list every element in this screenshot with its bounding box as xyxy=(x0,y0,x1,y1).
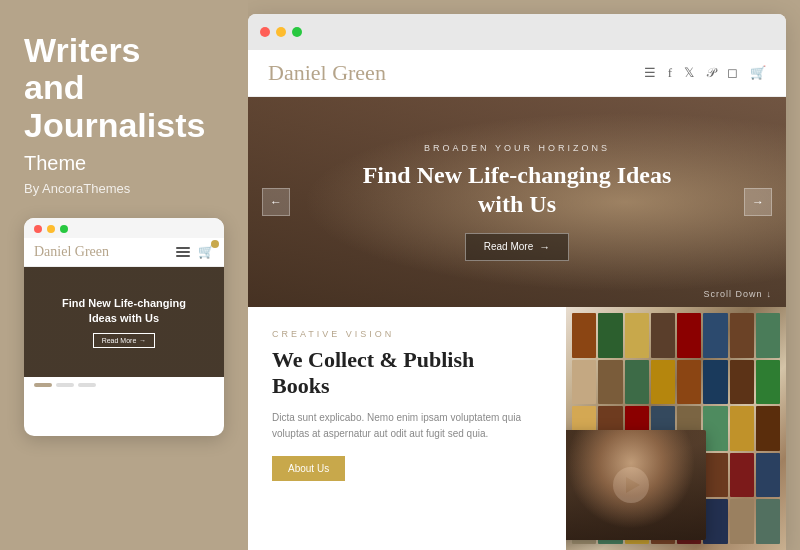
mobile-cart-badge xyxy=(211,240,219,248)
site-navbar: Daniel Green ☰ f 𝕏 𝒫 ◻ 🛒 xyxy=(248,50,786,97)
book-spine xyxy=(703,313,727,358)
browser-content: Daniel Green ☰ f 𝕏 𝒫 ◻ 🛒 ← BROADEN YOUR … xyxy=(248,50,786,550)
book-spine xyxy=(730,360,754,405)
book-spine xyxy=(756,499,780,544)
hero-subtitle: BROADEN YOUR HORIZONS xyxy=(357,143,677,153)
about-us-button[interactable]: About Us xyxy=(272,456,345,481)
book-spine xyxy=(651,313,675,358)
book-spine xyxy=(703,499,727,544)
cart-icon[interactable]: 🛒 xyxy=(750,65,766,81)
facebook-icon[interactable]: f xyxy=(668,65,672,81)
mobile-hamburger-icon[interactable] xyxy=(176,247,190,257)
book-spine xyxy=(756,360,780,405)
section-title: We Collect & PublishBooks xyxy=(272,347,542,400)
mobile-read-more-button[interactable]: Read More → xyxy=(93,333,156,348)
book-spine xyxy=(572,313,596,358)
browser-yellow-dot xyxy=(276,27,286,37)
book-spine xyxy=(625,313,649,358)
book-spine xyxy=(756,313,780,358)
mobile-logo: Daniel Green xyxy=(34,244,109,260)
mobile-mockup: Daniel Green 🛒 Find New Life-changingIde… xyxy=(24,218,224,436)
book-spine xyxy=(730,406,754,451)
hero-read-more-button[interactable]: Read More → xyxy=(465,233,569,261)
book-spine xyxy=(598,313,622,358)
hero-arrow-icon: → xyxy=(539,241,550,253)
mobile-nav-dot-1 xyxy=(56,383,74,387)
hero-section: ← BROADEN YOUR HORIZONS Find New Life-ch… xyxy=(248,97,786,307)
book-spine xyxy=(730,313,754,358)
mobile-cart-icon[interactable]: 🛒 xyxy=(198,244,214,260)
site-nav-icons: ☰ f 𝕏 𝒫 ◻ 🛒 xyxy=(644,65,766,81)
mobile-yellow-dot xyxy=(47,225,55,233)
mobile-nav-icons: 🛒 xyxy=(176,244,214,260)
twitter-icon[interactable]: 𝕏 xyxy=(684,65,694,81)
hamburger-icon[interactable]: ☰ xyxy=(644,65,656,81)
mobile-traffic-lights xyxy=(24,218,224,238)
book-spine xyxy=(730,499,754,544)
book-spine xyxy=(651,360,675,405)
site-logo: Daniel Green xyxy=(268,60,386,86)
author-label: By AncoraThemes xyxy=(24,181,224,196)
section-content: CREATIVE VISION We Collect & PublishBook… xyxy=(248,307,566,550)
scroll-down-icon: ↓ xyxy=(767,289,773,299)
book-spine xyxy=(598,360,622,405)
hero-title: Find New Life-changing Ideas with Us xyxy=(357,161,677,219)
pinterest-icon[interactable]: 𝒫 xyxy=(706,65,715,81)
mobile-nav-dot-active xyxy=(34,383,52,387)
page-title: WritersandJournalists xyxy=(24,32,224,144)
browser-bar xyxy=(248,14,786,50)
book-spine xyxy=(625,360,649,405)
mobile-nav-dot-2 xyxy=(78,383,96,387)
book-spine xyxy=(677,313,701,358)
book-spine xyxy=(703,360,727,405)
book-spine xyxy=(703,453,727,498)
theme-label: Theme xyxy=(24,152,224,175)
mobile-bottom-nav xyxy=(24,377,224,393)
scroll-down-label: Scroll Down ↓ xyxy=(703,289,772,299)
book-spine xyxy=(703,406,727,451)
section-description: Dicta sunt explicabo. Nemo enim ipsam vo… xyxy=(272,410,542,442)
video-preview xyxy=(566,430,706,540)
bottom-section: CREATIVE VISION We Collect & PublishBook… xyxy=(248,307,786,550)
section-label: CREATIVE VISION xyxy=(272,329,542,339)
instagram-icon[interactable]: ◻ xyxy=(727,65,738,81)
mobile-red-dot xyxy=(34,225,42,233)
book-spine xyxy=(756,406,780,451)
browser-red-dot xyxy=(260,27,270,37)
mobile-green-dot xyxy=(60,225,68,233)
hero-content: BROADEN YOUR HORIZONS Find New Life-chan… xyxy=(357,143,677,261)
hero-next-button[interactable]: → xyxy=(744,188,772,216)
book-spine xyxy=(572,360,596,405)
left-panel: WritersandJournalists Theme By AncoraThe… xyxy=(0,0,248,550)
mobile-navbar: Daniel Green 🛒 xyxy=(24,238,224,267)
browser-green-dot xyxy=(292,27,302,37)
section-image-area xyxy=(566,307,786,550)
mobile-hero-text: Find New Life-changingIdeas with Us xyxy=(62,296,186,325)
book-spine xyxy=(756,453,780,498)
hero-prev-button[interactable]: ← xyxy=(262,188,290,216)
mobile-hero: Find New Life-changingIdeas with Us Read… xyxy=(24,267,224,377)
book-spine xyxy=(677,360,701,405)
browser-window: Daniel Green ☰ f 𝕏 𝒫 ◻ 🛒 ← BROADEN YOUR … xyxy=(248,14,786,550)
book-spine xyxy=(730,453,754,498)
